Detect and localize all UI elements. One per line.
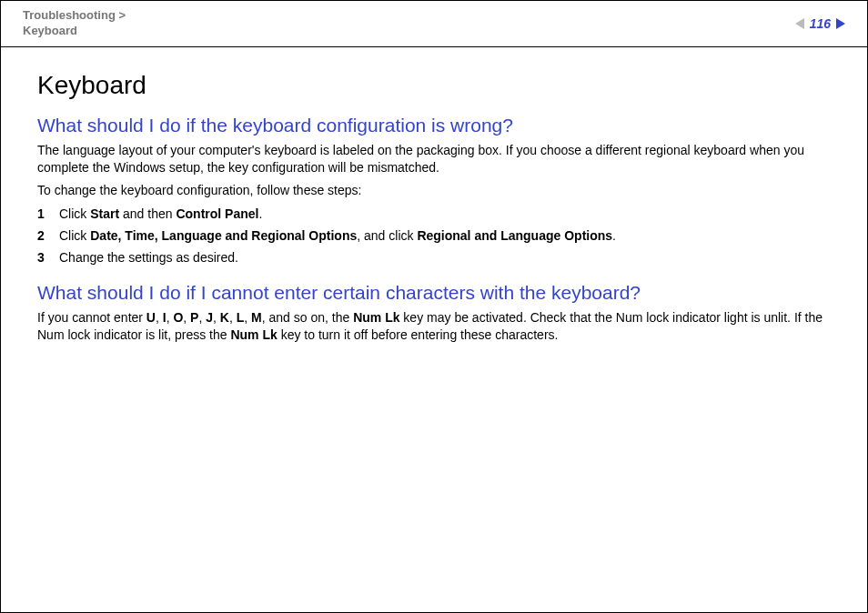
breadcrumb-current: Keyboard bbox=[23, 24, 77, 37]
breadcrumb: Troubleshooting > Keyboard bbox=[23, 8, 126, 39]
step-item: Click Start and then Control Panel. bbox=[37, 204, 831, 226]
breadcrumb-parent: Troubleshooting > bbox=[23, 8, 126, 22]
page-title: Keyboard bbox=[37, 71, 831, 100]
section-heading-characters: What should I do if I cannot enter certa… bbox=[37, 282, 831, 304]
steps-list: Click Start and then Control Panel. Clic… bbox=[37, 204, 831, 268]
page-header: Troubleshooting > Keyboard 116 bbox=[1, 1, 867, 47]
page-number: 116 bbox=[810, 16, 831, 31]
page-next-icon[interactable] bbox=[836, 18, 845, 29]
body-text: If you cannot enter U, I, O, P, J, K, L,… bbox=[37, 309, 831, 344]
body-text: To change the keyboard configuration, fo… bbox=[37, 182, 831, 199]
body-text: The language layout of your computer's k… bbox=[37, 142, 831, 176]
step-item: Click Date, Time, Language and Regional … bbox=[37, 226, 831, 247]
page-prev-icon[interactable] bbox=[795, 18, 804, 29]
step-item: Change the settings as desired. bbox=[37, 247, 831, 269]
section-heading-config: What should I do if the keyboard configu… bbox=[37, 115, 831, 136]
page-navigation: 116 bbox=[795, 16, 845, 31]
page-content: Keyboard What should I do if the keyboar… bbox=[1, 47, 867, 364]
